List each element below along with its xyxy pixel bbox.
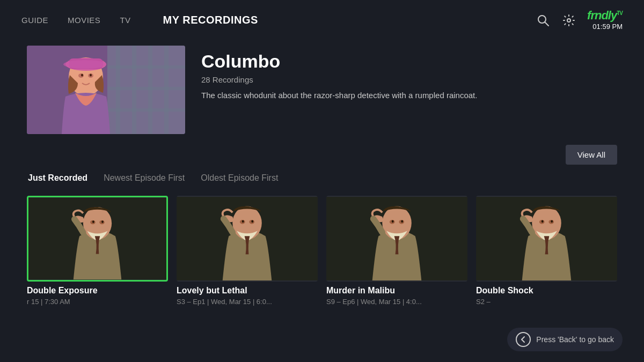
main-content: Columbo 28 Recordings The classic whodun… <box>0 40 644 306</box>
episode-card-3[interactable]: Murder in Malibu S9 – Ep6 | Wed, Mar 15 … <box>326 196 467 306</box>
svg-point-2 <box>567 19 570 22</box>
episode-meta-1: r 15 | 7:30 AM <box>27 298 168 306</box>
episode-card-4[interactable]: Double Shock S2 – <box>476 196 617 306</box>
nav-tv[interactable]: TV <box>120 16 130 25</box>
time-display: 01:59 PM <box>592 23 623 31</box>
episode-title-2: Lovely but Lethal <box>177 286 318 295</box>
back-icon <box>516 332 531 347</box>
header: GUIDE MOVIES TV MY RECORDINGS frndlyTV 0… <box>0 0 644 40</box>
search-button[interactable] <box>536 13 551 28</box>
svg-point-19 <box>90 74 92 77</box>
tab-oldest-episode[interactable]: Oldest Episode First <box>201 173 278 185</box>
episode-card-1[interactable]: Double Exposure r 15 | 7:30 AM <box>27 196 168 306</box>
logo-text: frndlyTV <box>587 10 623 21</box>
svg-point-33 <box>242 220 244 223</box>
featured-description: The classic whodunit about the razor-sha… <box>201 90 523 102</box>
episode-image-1 <box>28 197 166 280</box>
svg-point-27 <box>101 220 104 223</box>
view-all-button[interactable]: View All <box>566 145 617 165</box>
header-right: frndlyTV 01:59 PM <box>536 10 623 31</box>
episode-thumb-2 <box>177 196 318 282</box>
nav-movies[interactable]: MOVIES <box>68 16 100 25</box>
featured-title: Columbo <box>201 51 617 72</box>
episode-title-4: Double Shock <box>476 286 617 295</box>
page-title: MY RECORDINGS <box>163 14 258 26</box>
episode-meta-3: S9 – Ep6 | Wed, Mar 15 | 4:0... <box>326 298 467 306</box>
svg-point-47 <box>541 220 544 223</box>
featured-info: Columbo 28 Recordings The classic whodun… <box>201 46 617 102</box>
episode-image-4 <box>476 196 617 282</box>
back-hint: Press 'Back' to go back <box>507 328 623 351</box>
episode-thumb-1 <box>27 196 168 282</box>
featured-image <box>27 46 185 134</box>
tab-just-recorded[interactable]: Just Recorded <box>28 173 87 185</box>
featured-show: Columbo 28 Recordings The classic whodun… <box>27 46 617 134</box>
episode-meta-4: S2 – <box>476 298 617 306</box>
search-icon <box>537 14 550 27</box>
nav-guide[interactable]: GUIDE <box>21 16 48 25</box>
svg-point-18 <box>81 74 83 77</box>
svg-point-48 <box>551 220 553 223</box>
episode-meta-2: S3 – Ep1 | Wed, Mar 15 | 6:0... <box>177 298 318 306</box>
tab-newest-episode[interactable]: Newest Episode First <box>104 173 185 185</box>
nav-links: GUIDE MOVIES TV MY RECORDINGS <box>21 14 258 26</box>
frndly-logo: frndlyTV 01:59 PM <box>587 10 623 31</box>
episode-title-1: Double Exposure <box>27 286 168 295</box>
svg-point-20 <box>63 60 106 69</box>
episode-image-2 <box>177 196 318 282</box>
back-hint-text: Press 'Back' to go back <box>536 335 614 344</box>
episode-grid: Double Exposure r 15 | 7:30 AM <box>27 196 617 306</box>
back-arrow-icon <box>519 335 528 344</box>
episode-image-3 <box>326 196 467 282</box>
episode-card-2[interactable]: Lovely but Lethal S3 – Ep1 | Wed, Mar 15… <box>177 196 318 306</box>
svg-line-1 <box>545 22 549 26</box>
sort-tabs: Just Recorded Newest Episode First Oldes… <box>27 173 617 185</box>
view-all-container: View All <box>27 145 617 165</box>
featured-count: 28 Recordings <box>201 75 617 84</box>
episode-thumb-3 <box>326 196 467 282</box>
svg-point-26 <box>92 220 94 223</box>
svg-point-40 <box>392 220 394 223</box>
svg-point-41 <box>401 220 403 223</box>
settings-button[interactable] <box>561 13 576 28</box>
featured-thumbnail <box>27 46 185 134</box>
episode-title-3: Murder in Malibu <box>326 286 467 295</box>
gear-icon <box>562 14 575 27</box>
episode-thumb-4 <box>476 196 617 282</box>
svg-point-34 <box>251 220 253 223</box>
